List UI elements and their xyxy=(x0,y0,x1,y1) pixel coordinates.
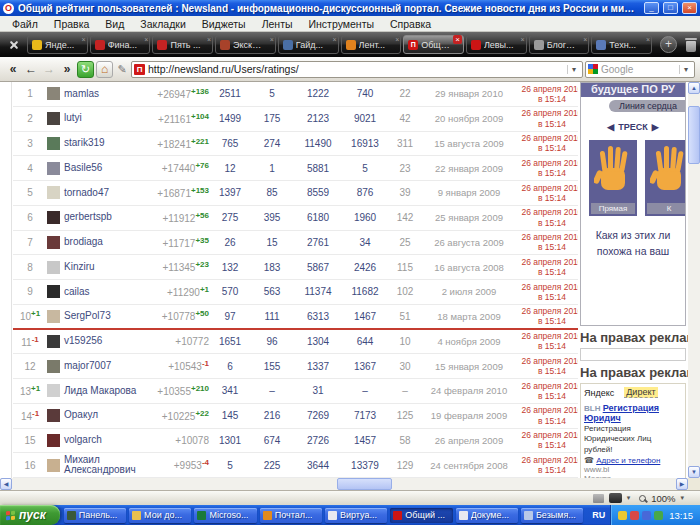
user-cell[interactable]: Kinziru xyxy=(47,261,147,274)
user-cell[interactable]: lutyi xyxy=(47,112,147,125)
username-link[interactable]: brodiaga xyxy=(64,237,103,248)
user-cell[interactable]: Михаил Александрович xyxy=(47,455,147,476)
reload-button[interactable]: ↻ xyxy=(77,61,94,78)
search-input[interactable] xyxy=(601,64,676,75)
start-button[interactable]: пуск xyxy=(0,505,60,525)
browser-tab[interactable]: Левы... × xyxy=(466,35,527,54)
tab-close-icon[interactable]: × xyxy=(144,36,148,44)
tab-close-icon[interactable]: × xyxy=(82,36,86,44)
browser-tab[interactable]: Гайд... × xyxy=(278,35,339,54)
task-button[interactable]: Докуме... xyxy=(456,508,518,523)
fast-forward-button[interactable]: » xyxy=(59,62,75,76)
address-phone-link[interactable]: Адрес и телефон xyxy=(596,456,660,465)
horizontal-scroll-thumb[interactable] xyxy=(337,478,392,490)
menu-item[interactable]: Файл xyxy=(4,18,46,30)
vertical-scrollbar[interactable]: ▲ ▼ xyxy=(688,82,700,490)
maximize-button[interactable]: □ xyxy=(663,2,678,14)
panels-icon[interactable] xyxy=(593,494,604,503)
task-button[interactable]: Microso... xyxy=(194,508,256,523)
username-link[interactable]: Оракул xyxy=(64,410,98,421)
note-icon[interactable]: ✎ xyxy=(115,63,129,76)
vertical-scroll-track[interactable] xyxy=(688,94,700,466)
user-cell[interactable]: SergPol73 xyxy=(47,310,147,323)
palmistry-ad[interactable]: будущее ПО РУ Линия сердца ◀ ТРЕСК ▶ xyxy=(580,82,686,326)
horizontal-scrollbar[interactable]: ◀ ▶ xyxy=(0,478,688,490)
task-button[interactable]: Виртуа... xyxy=(325,508,387,523)
tab-close-icon[interactable]: × xyxy=(207,36,211,44)
username-link[interactable]: v159256 xyxy=(64,336,102,347)
task-button[interactable]: Мои до... xyxy=(129,508,191,523)
tab-close-icon[interactable]: × xyxy=(332,36,336,44)
direct-link[interactable]: Директ xyxy=(624,387,657,398)
username-link[interactable]: starik319 xyxy=(64,138,105,149)
zoom-level[interactable]: 100% xyxy=(651,493,675,504)
user-cell[interactable]: gerbertspb xyxy=(47,211,147,224)
tab-close-icon[interactable]: × xyxy=(646,36,650,44)
rewind-button[interactable]: « xyxy=(5,62,21,76)
tray-icon[interactable] xyxy=(618,511,627,520)
trash-icon[interactable] xyxy=(685,38,697,52)
ad-tab[interactable]: Линия сердца xyxy=(609,100,685,112)
scroll-down-icon[interactable]: ▼ xyxy=(688,466,700,478)
username-link[interactable]: gerbertspb xyxy=(64,212,112,223)
user-cell[interactable]: cailas xyxy=(47,285,147,298)
browser-tab[interactable]: Янде... × xyxy=(27,35,88,54)
browser-tab[interactable]: Блоги... × xyxy=(529,35,590,54)
url-field[interactable]: П ▾ xyxy=(131,61,583,78)
minimize-button[interactable]: _ xyxy=(644,2,659,14)
menu-item[interactable]: Инструменты xyxy=(301,18,382,30)
username-link[interactable]: tornado47 xyxy=(64,188,109,199)
search-field[interactable]: ▾ xyxy=(585,61,695,78)
url-dropdown-icon[interactable]: ▾ xyxy=(567,65,580,74)
hand-image[interactable]: К xyxy=(645,140,686,216)
browser-tab[interactable]: Фина... × xyxy=(90,35,151,54)
prev-arrow-icon[interactable]: ◀ xyxy=(607,122,614,132)
username-link[interactable]: Лида Макарова xyxy=(64,386,136,397)
username-link[interactable]: lutyi xyxy=(64,113,82,124)
next-arrow-icon[interactable]: ▶ xyxy=(652,122,659,132)
user-cell[interactable]: Лида Макарова xyxy=(47,384,147,397)
home-button[interactable]: ⌂ xyxy=(96,61,113,78)
username-link[interactable]: major7007 xyxy=(64,361,111,372)
menu-item[interactable]: Вид xyxy=(97,18,132,30)
menu-item[interactable]: Справка xyxy=(382,18,439,30)
tray-icon[interactable] xyxy=(654,511,663,520)
images-toggle-icon[interactable] xyxy=(609,493,622,503)
browser-tab[interactable]: Пять ... × xyxy=(152,35,213,54)
user-cell[interactable]: Оракул xyxy=(47,409,147,422)
browser-tab[interactable]: Техн... × xyxy=(591,35,652,54)
scroll-left-icon[interactable]: ◀ xyxy=(0,478,12,490)
hand-image[interactable]: Прямая xyxy=(589,140,637,216)
panels-toggle-button[interactable] xyxy=(3,35,25,54)
tray-icon[interactable] xyxy=(630,511,639,520)
browser-tab[interactable]: П Общи... × xyxy=(403,35,464,54)
menu-item[interactable]: Виджеты xyxy=(194,18,254,30)
tab-close-icon[interactable]: × xyxy=(583,36,587,44)
scroll-right-icon[interactable]: ▶ xyxy=(676,478,688,490)
tab-close-icon[interactable]: × xyxy=(395,36,399,44)
close-button[interactable]: × xyxy=(682,2,697,14)
new-tab-button[interactable]: + xyxy=(660,36,677,53)
task-button[interactable]: Общий ... xyxy=(390,508,452,523)
back-button[interactable]: ← xyxy=(23,62,39,76)
horizontal-scroll-track[interactable] xyxy=(12,478,676,490)
tab-close-icon[interactable]: × xyxy=(453,35,462,44)
user-cell[interactable]: volgarch xyxy=(47,434,147,447)
tab-close-icon[interactable]: × xyxy=(521,36,525,44)
task-button[interactable]: Почтал... xyxy=(260,508,322,523)
username-link[interactable]: mamlas xyxy=(64,89,99,100)
browser-tab[interactable]: Лент... × xyxy=(341,35,402,54)
menu-item[interactable]: Правка xyxy=(46,18,97,30)
user-cell[interactable]: brodiaga xyxy=(47,236,147,249)
tray-icon[interactable] xyxy=(642,511,651,520)
user-cell[interactable]: starik319 xyxy=(47,137,147,150)
taskbar-clock[interactable]: 13:15 xyxy=(669,510,693,521)
browser-tab[interactable]: Экскл... × xyxy=(215,35,276,54)
username-link[interactable]: cailas xyxy=(64,287,90,298)
task-button[interactable]: Панель... xyxy=(64,508,126,523)
images-dropdown-icon[interactable]: ▾ xyxy=(627,494,631,502)
url-input[interactable] xyxy=(148,63,564,75)
ad-carousel-nav[interactable]: ◀ ТРЕСК ▶ xyxy=(581,122,685,132)
username-link[interactable]: volgarch xyxy=(64,435,102,446)
username-link[interactable]: SergPol73 xyxy=(64,311,111,322)
